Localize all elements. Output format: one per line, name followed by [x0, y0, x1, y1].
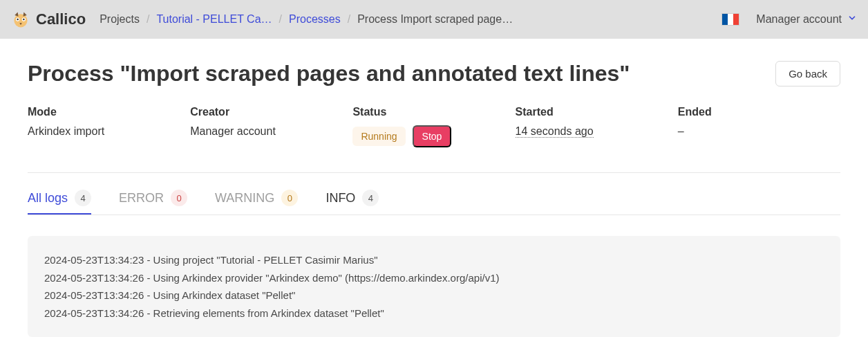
tab-info[interactable]: INFO 4: [326, 190, 379, 215]
meta-creator: Creator Manager account: [190, 106, 352, 147]
tab-count-badge: 4: [75, 190, 91, 206]
meta-started: Started 14 seconds ago: [516, 106, 678, 147]
language-flag-icon[interactable]: [721, 13, 739, 26]
status-badge: Running: [352, 127, 405, 146]
started-value: 14 seconds ago: [516, 125, 594, 138]
meta-status: Status Running Stop: [352, 106, 515, 147]
navbar: Callico Projects / Tutorial - PELLET Ca……: [0, 0, 868, 39]
meta-value: Arkindex import: [28, 125, 190, 138]
crumb-project[interactable]: Tutorial - PELLET Ca…: [156, 13, 272, 26]
brand-text: Callico: [36, 10, 86, 28]
stop-button[interactable]: Stop: [413, 125, 452, 147]
meta-label: Mode: [28, 106, 190, 118]
meta-mode: Mode Arkindex import: [28, 106, 190, 147]
meta-label: Ended: [678, 106, 840, 118]
meta-label: Started: [516, 106, 678, 118]
log-output: 2024-05-23T13:34:23 - Using project "Tut…: [28, 236, 840, 337]
go-back-button[interactable]: Go back: [775, 61, 840, 86]
tab-error[interactable]: ERROR 0: [119, 190, 187, 215]
separator-icon: /: [147, 13, 149, 26]
divider: [28, 172, 840, 173]
svg-point-4: [23, 19, 24, 20]
meta-ended: Ended –: [678, 106, 840, 147]
brand[interactable]: Callico: [11, 10, 86, 29]
meta-label: Creator: [190, 106, 352, 118]
tab-label: WARNING: [215, 191, 274, 206]
svg-point-3: [17, 19, 18, 20]
account-label: Manager account: [756, 13, 842, 26]
crumb-current: Process Import scraped page…: [357, 13, 513, 26]
page-title: Process "Import scraped pages and annota…: [28, 61, 630, 86]
tab-count-badge: 4: [362, 190, 379, 206]
tab-label: ERROR: [119, 191, 164, 206]
nav-right: Manager account: [721, 13, 857, 26]
ended-value: –: [678, 125, 840, 138]
log-tabs: All logs 4 ERROR 0 WARNING 0 INFO 4: [28, 190, 840, 215]
meta-value: Manager account: [190, 125, 352, 138]
svg-point-0: [14, 14, 27, 27]
meta-row: Mode Arkindex import Creator Manager acc…: [28, 106, 840, 147]
separator-icon: /: [279, 13, 282, 26]
main-content: Process "Import scraped pages and annota…: [0, 39, 868, 346]
chevron-down-icon: [847, 13, 857, 26]
crumb-processes[interactable]: Processes: [289, 13, 341, 26]
separator-icon: /: [348, 13, 350, 26]
title-row: Process "Import scraped pages and annota…: [28, 61, 840, 86]
crumb-projects[interactable]: Projects: [100, 13, 140, 26]
breadcrumb: Projects / Tutorial - PELLET Ca… / Proce…: [100, 13, 513, 26]
meta-label: Status: [352, 106, 515, 118]
tab-count-badge: 0: [171, 190, 187, 206]
tab-label: All logs: [28, 191, 68, 206]
tab-count-badge: 0: [281, 190, 298, 206]
tab-all-logs[interactable]: All logs 4: [28, 190, 91, 215]
tab-label: INFO: [326, 191, 355, 206]
tab-warning[interactable]: WARNING 0: [215, 190, 298, 215]
brand-logo-icon: [11, 10, 30, 29]
account-menu[interactable]: Manager account: [756, 13, 857, 26]
